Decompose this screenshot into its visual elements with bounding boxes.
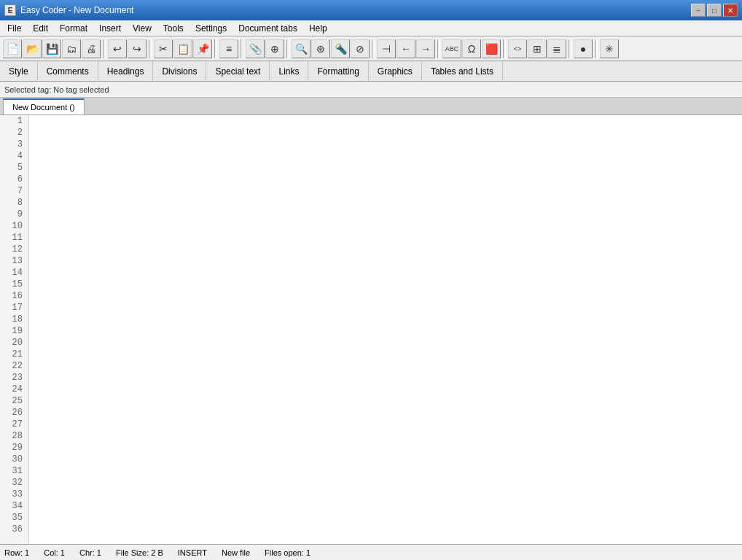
document-tab[interactable]: New Document () [3, 98, 85, 114]
toolbar-btn-redo[interactable]: ↪ [128, 39, 147, 58]
toolbar-btn-char[interactable]: Ω [462, 39, 481, 58]
selected-tag-value: No tag selected [53, 85, 109, 94]
toolbar-separator-sep2 [149, 39, 152, 58]
tag-btn-style[interactable]: Style [0, 61, 38, 82]
toolbar-separator-sep8 [503, 39, 506, 58]
toolbar-btn-replace[interactable]: ⊘ [351, 39, 370, 58]
toolbar-btn-nav1[interactable]: ⊣ [377, 39, 396, 58]
title-bar: E Easy Coder - New Document ─ □ ✕ [0, 0, 742, 20]
menu-item-settings[interactable]: Settings [190, 21, 233, 36]
menu-item-tools[interactable]: Tools [157, 21, 190, 36]
line-number: 29 [0, 442, 26, 454]
line-number: 18 [0, 314, 26, 325]
toolbar-btn-undo[interactable]: ↩ [108, 39, 127, 58]
tag-btn-comments[interactable]: Comments [38, 61, 98, 82]
line-number: 28 [0, 430, 26, 442]
status-mode: INSERT [178, 548, 207, 557]
toolbar-btn-nav3[interactable]: → [416, 39, 435, 58]
toolbar-btn-table[interactable]: ⊞ [528, 39, 547, 58]
toolbar-separator-sep5 [286, 39, 289, 58]
line-number: 5 [0, 162, 26, 174]
tag-btn-tables_lists[interactable]: Tables and Lists [422, 61, 503, 82]
menu-bar: FileEditFormatInsertViewToolsSettingsDoc… [0, 20, 742, 36]
line-number: 9 [0, 209, 26, 220]
toolbar-btn-nav2[interactable]: ← [397, 39, 415, 58]
selected-tag-label: Selected tag: [4, 85, 51, 94]
toolbar-btn-insert2[interactable]: ⊕ [265, 39, 284, 58]
toolbar-btn-paste2[interactable]: 📎 [246, 39, 265, 58]
menu-item-file[interactable]: File [1, 21, 27, 36]
line-number: 25 [0, 395, 26, 407]
line-number: 21 [0, 349, 26, 360]
line-number: 10 [0, 220, 26, 232]
toolbar-btn-cut[interactable]: ✂ [154, 39, 173, 58]
menu-item-help[interactable]: Help [303, 21, 333, 36]
line-number: 34 [0, 500, 26, 512]
toolbar-btn-spell[interactable]: ABC [442, 39, 461, 58]
toolbar-separator-sep10 [595, 39, 598, 58]
tag-btn-special_text[interactable]: Special text [206, 61, 270, 82]
menu-item-format[interactable]: Format [54, 21, 93, 36]
line-number: 36 [0, 524, 26, 535]
toolbar-btn-findall[interactable]: ⊛ [311, 39, 330, 58]
line-number: 26 [0, 407, 26, 419]
line-number: 31 [0, 465, 26, 477]
toolbar-btn-saveas[interactable]: 🗂 [62, 39, 81, 58]
line-number: 16 [0, 290, 26, 302]
toolbar-btn-plugin[interactable]: ✳ [600, 39, 619, 58]
toolbar-btn-open[interactable]: 📂 [23, 39, 42, 58]
line-number: 15 [0, 279, 26, 290]
line-number: 35 [0, 512, 26, 524]
toolbar-btn-findnext[interactable]: 🔦 [331, 39, 350, 58]
line-number: 6 [0, 174, 26, 185]
maximize-button[interactable]: □ [707, 4, 722, 17]
menu-item-view[interactable]: View [127, 21, 157, 36]
line-number: 8 [0, 197, 26, 209]
status-row: Row: 1 [4, 548, 29, 557]
tag-toolbar: StyleCommentsHeadingsDivisionsSpecial te… [0, 61, 742, 82]
menu-item-edit[interactable]: Edit [27, 21, 54, 36]
line-number: 14 [0, 267, 26, 279]
line-number: 3 [0, 139, 26, 150]
line-number: 33 [0, 489, 26, 500]
toolbar-btn-paste[interactable]: 📌 [193, 39, 212, 58]
minimize-button[interactable]: ─ [691, 4, 706, 17]
line-number: 23 [0, 372, 26, 384]
toolbar-btn-color[interactable]: 🟥 [482, 39, 501, 58]
toolbar-btn-copy[interactable]: 📋 [173, 39, 192, 58]
app-icon: E [4, 4, 16, 16]
selected-tag-bar: Selected tag: No tag selected [0, 82, 742, 98]
line-number: 20 [0, 337, 26, 349]
toolbar-btn-list[interactable]: ≣ [547, 39, 566, 58]
line-number: 4 [0, 150, 26, 162]
editor-content[interactable] [29, 115, 742, 544]
toolbar-btn-print[interactable]: 🖨 [82, 39, 101, 58]
tag-btn-formatting[interactable]: Formatting [308, 61, 368, 82]
line-number: 7 [0, 185, 26, 197]
toolbar-btn-code[interactable]: <> [508, 39, 527, 58]
toolbar-separator-sep4 [241, 39, 243, 58]
tag-btn-headings[interactable]: Headings [98, 61, 154, 82]
close-button[interactable]: ✕ [723, 4, 738, 17]
toolbar-btn-save[interactable]: 💾 [42, 39, 61, 58]
status-filesize: File Size: 2 B [116, 548, 163, 557]
line-number: 30 [0, 454, 26, 465]
line-number: 17 [0, 302, 26, 314]
tag-btn-links[interactable]: Links [270, 61, 308, 82]
line-number: 2 [0, 127, 26, 139]
line-number: 27 [0, 419, 26, 430]
menu-item-insert[interactable]: Insert [93, 21, 127, 36]
line-number: 12 [0, 244, 26, 255]
toolbar-separator-sep9 [569, 39, 571, 58]
line-number: 1 [0, 115, 26, 127]
toolbar: 📄📂💾🗂🖨↩↪✂📋📌≡📎⊕🔍⊛🔦⊘⊣←→ABCΩ🟥<>⊞≣●✳ [0, 36, 742, 61]
toolbar-btn-media[interactable]: ● [574, 39, 593, 58]
tag-btn-divisions[interactable]: Divisions [153, 61, 206, 82]
toolbar-btn-new[interactable]: 📄 [3, 39, 22, 58]
menu-item-document_tabs[interactable]: Document tabs [233, 21, 303, 36]
toolbar-btn-align[interactable]: ≡ [219, 39, 238, 58]
toolbar-btn-find[interactable]: 🔍 [292, 39, 311, 58]
line-number: 19 [0, 325, 26, 337]
tag-btn-graphics[interactable]: Graphics [369, 61, 422, 82]
line-number: 13 [0, 255, 26, 267]
